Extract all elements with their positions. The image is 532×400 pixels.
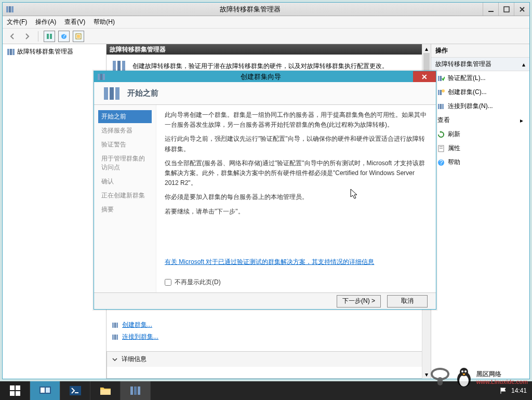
menu-view[interactable]: 查看(V) — [64, 18, 85, 26]
close-button[interactable] — [514, 3, 529, 16]
menu-file[interactable]: 文件(F) — [7, 18, 27, 26]
wizard-icon — [94, 73, 109, 81]
action-view[interactable]: 查看▸ — [431, 113, 529, 127]
tb-explorer[interactable] — [90, 381, 121, 400]
wizard-content: 此向导将创建一个群集。群集是一组协同工作的服务器，用于提高群集角色的可用性。如果… — [156, 105, 436, 292]
svg-rect-16 — [122, 61, 125, 71]
wizard-close-button[interactable]: ✕ — [413, 71, 436, 82]
tray-flag-icon — [500, 387, 507, 394]
wizard-nav-access-point[interactable]: 用于管理群集的访问点 — [98, 152, 152, 174]
wizard-nav-before-begin[interactable]: 开始之前 — [98, 110, 152, 123]
svg-rect-42 — [10, 385, 15, 390]
svg-rect-48 — [46, 388, 50, 393]
wizard-nav-creating[interactable]: 正在创建新群集 — [98, 189, 152, 202]
tb-powershell[interactable] — [60, 381, 90, 400]
wizard-p2: 运行此向导之前，强烈建议先运行"验证配置"向导，以确保你的硬件和硬件设置适合进行… — [165, 134, 428, 154]
wizard-nav-confirm[interactable]: 确认 — [98, 175, 152, 188]
svg-rect-1 — [9, 6, 11, 12]
toolbar-button-1[interactable] — [44, 31, 55, 42]
taskbar: 14:41 — [0, 381, 532, 400]
wizard-nav-summary[interactable]: 摘要 — [98, 203, 152, 216]
wizard-header: 开始之前 — [94, 82, 436, 105]
maximize-button[interactable] — [498, 3, 514, 16]
svg-rect-49 — [70, 386, 81, 395]
help-icon: ? — [437, 159, 445, 166]
svg-text:?: ? — [62, 33, 66, 39]
wizard-nav-validation-warning[interactable]: 验证警告 — [98, 138, 152, 151]
toolbar-button-3[interactable] — [73, 31, 84, 42]
menu-help[interactable]: 帮助(H) — [94, 18, 115, 26]
wizard-nav: 开始之前 选择服务器 验证警告 用于管理群集的访问点 确认 正在创建新群集 摘要 — [94, 105, 156, 292]
svg-rect-51 — [130, 386, 133, 395]
svg-rect-25 — [438, 90, 440, 95]
wizard-titlebar[interactable]: 创建群集向导 ✕ — [94, 71, 436, 82]
center-links: 创建群集... 连接到群集... — [107, 317, 428, 345]
actions-panel: 操作 故障转移群集管理器 ▴ 验证配置(L)... 创建群集(C)... 连接到… — [431, 44, 529, 379]
tb-server-manager[interactable] — [30, 381, 60, 400]
menu-action[interactable]: 操作(A) — [35, 18, 56, 26]
wizard-ms-link[interactable]: 有关 Microsoft 对于已通过验证测试的群集解决方案，其支持情况的详细信息 — [165, 257, 374, 267]
collapse-icon[interactable]: ▴ — [522, 61, 525, 68]
wizard-p5: 若要继续，请单击"下一步"。 — [165, 207, 428, 217]
wizard-page-title: 开始之前 — [127, 88, 158, 98]
svg-rect-38 — [103, 74, 105, 80]
refresh-icon — [437, 131, 445, 138]
toolbar-help-button[interactable]: ? — [58, 31, 70, 42]
svg-rect-37 — [100, 74, 102, 80]
wizard-dont-show-checkbox[interactable] — [165, 279, 171, 286]
tb-cluster-manager[interactable] — [121, 381, 151, 400]
link-create-cluster[interactable]: 创建群集... — [112, 319, 422, 331]
nav-back-button[interactable] — [7, 31, 18, 42]
wizard-checkbox-label: 不再显示此页(D) — [175, 277, 221, 287]
svg-rect-33 — [440, 148, 443, 149]
wizard-nav-select-servers[interactable]: 选择服务器 — [98, 124, 152, 137]
actions-header: 操作 — [431, 44, 529, 58]
svg-rect-28 — [438, 104, 440, 109]
action-help[interactable]: ?帮助 — [431, 155, 529, 169]
svg-rect-12 — [10, 49, 12, 55]
svg-point-27 — [442, 89, 445, 92]
wizard-p3: 仅当全部配置(服务器、网络和存储)通过"验证配置"向导中的所有测试时，Micro… — [165, 158, 428, 189]
action-connect-cluster[interactable]: 连接到群集(N)... — [431, 99, 529, 113]
properties-icon — [437, 145, 445, 152]
taskbar-time: 14:41 — [511, 387, 527, 394]
action-refresh[interactable]: 刷新 — [431, 127, 529, 141]
cluster-link-icon — [112, 334, 119, 341]
tree-root-label: 故障转移群集管理器 — [17, 47, 73, 56]
svg-rect-4 — [504, 7, 509, 12]
window-title: 故障转移群集管理器 — [17, 5, 483, 14]
svg-rect-21 — [114, 335, 116, 340]
wizard-cancel-button[interactable]: 取消 — [387, 295, 428, 308]
svg-rect-26 — [440, 90, 442, 95]
svg-rect-45 — [16, 391, 20, 396]
action-validate-config[interactable]: 验证配置(L)... — [431, 71, 529, 85]
minimize-button[interactable] — [483, 3, 498, 16]
svg-rect-20 — [112, 335, 114, 340]
svg-rect-11 — [7, 49, 9, 55]
folder-icon — [99, 385, 112, 396]
wizard-p4: 你必须是要加入群集的每台服务器上的本地管理员。 — [165, 192, 428, 202]
wizard-next-button[interactable]: 下一步(N) > — [337, 295, 381, 308]
svg-rect-14 — [113, 61, 116, 71]
svg-rect-53 — [138, 386, 140, 395]
svg-rect-47 — [41, 388, 45, 393]
start-button[interactable] — [0, 381, 30, 400]
svg-rect-40 — [110, 87, 114, 100]
svg-rect-2 — [11, 6, 14, 12]
action-properties[interactable]: 属性 — [431, 141, 529, 155]
svg-text:?: ? — [440, 159, 443, 166]
center-banner-text: 创建故障转移群集，验证用于潜在故障转移群集的硬件，以及对故障转移群集执行配置更改… — [132, 62, 388, 71]
system-tray[interactable]: 14:41 — [495, 381, 532, 400]
nav-tree: 故障转移群集管理器 — [3, 44, 107, 379]
nav-forward-button[interactable] — [21, 31, 33, 42]
link-connect-cluster[interactable]: 连接到群集... — [112, 331, 422, 343]
svg-rect-3 — [488, 11, 494, 12]
svg-rect-44 — [10, 391, 15, 396]
server-manager-icon — [38, 385, 52, 396]
detail-section: 详细信息 — [107, 351, 428, 379]
action-create-cluster[interactable]: 创建群集(C)... — [431, 85, 529, 99]
svg-rect-23 — [438, 76, 440, 81]
svg-rect-6 — [50, 34, 52, 39]
tree-root[interactable]: 故障转移群集管理器 — [5, 46, 104, 57]
detail-header[interactable]: 详细信息 — [107, 352, 427, 367]
